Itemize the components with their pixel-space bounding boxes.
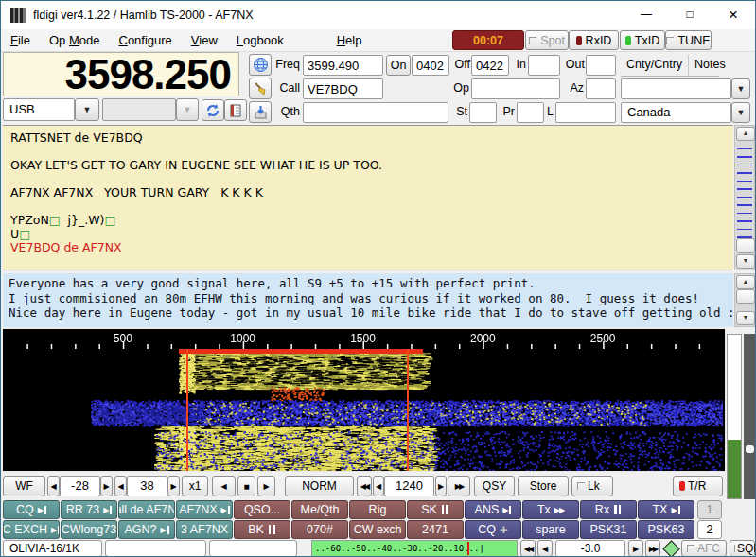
ref-level-value[interactable]: -28 bbox=[60, 476, 100, 496]
rx-scroll-thumb[interactable] bbox=[736, 238, 755, 253]
rx-scrollbar[interactable]: ▲ ▼ bbox=[734, 125, 755, 270]
scroll-left-button[interactable]: ◀ bbox=[212, 476, 236, 496]
rst-in-input[interactable] bbox=[528, 55, 560, 76]
macro-call-de-af7nx[interactable]: call de AF7NX bbox=[118, 500, 175, 519]
scroll-up-icon[interactable]: ▲ bbox=[736, 275, 755, 289]
tab-cnty-cntry[interactable]: Cnty/Cntry bbox=[621, 55, 689, 76]
menu-logbook[interactable]: Logbook bbox=[227, 33, 293, 47]
call-input[interactable] bbox=[303, 78, 383, 99]
title-bar[interactable]: fldigi ver4.1.22 / Hamlib TS-2000 - AF7N… bbox=[1, 1, 755, 29]
macro-af7nx[interactable]: AF7NX bbox=[176, 500, 233, 519]
county-select-arrow[interactable]: ▼ bbox=[731, 78, 750, 99]
macro-me-qth[interactable]: Me/Qth bbox=[291, 500, 348, 519]
qth-input[interactable] bbox=[303, 102, 448, 123]
span-down-icon[interactable]: ◀ bbox=[114, 476, 127, 496]
mode-select-arrow[interactable]: ▼ bbox=[75, 98, 99, 121]
macro-3-af7nx[interactable]: 3 AF7NX bbox=[176, 520, 233, 539]
pr-input[interactable] bbox=[517, 102, 544, 123]
spot-checkbox[interactable]: Spot bbox=[525, 30, 569, 50]
afc-down-icon[interactable]: ◀ bbox=[537, 540, 553, 557]
menu-file[interactable]: File bbox=[1, 33, 40, 47]
st-input[interactable] bbox=[469, 102, 497, 123]
on-button[interactable]: On bbox=[386, 55, 411, 76]
macro-rr-73[interactable]: RR 73 bbox=[61, 500, 117, 519]
zoom-button[interactable]: x1 bbox=[182, 476, 208, 496]
scroll-down-icon[interactable]: ▼ bbox=[736, 311, 755, 325]
status-mode[interactable]: OLIVIA-16/1K bbox=[3, 540, 102, 557]
tx-scrollbar[interactable]: ▲ ▼ bbox=[734, 273, 755, 327]
waterfall-scroll-thumb[interactable] bbox=[746, 445, 754, 453]
lock-checkbox[interactable]: Lk bbox=[571, 476, 613, 496]
menu-configure[interactable]: Configure bbox=[109, 33, 181, 47]
close-button[interactable]: × bbox=[712, 1, 755, 29]
macro-cq[interactable]: CQ bbox=[3, 500, 60, 519]
scroll-up-icon[interactable]: ▲ bbox=[736, 127, 755, 141]
macro-sk[interactable]: SK bbox=[407, 500, 464, 519]
logbook-icon[interactable] bbox=[224, 99, 247, 121]
save-entry-icon[interactable] bbox=[249, 101, 272, 123]
macro-cq[interactable]: CQ bbox=[465, 520, 521, 539]
afc-offset-value[interactable]: -3.0 bbox=[555, 540, 625, 557]
rst-out-input[interactable] bbox=[586, 55, 616, 76]
freq-fast-up-icon[interactable]: ▶▶ bbox=[448, 476, 470, 496]
tx-timer[interactable]: 00:07 bbox=[452, 30, 524, 50]
freq-fast-down-icon[interactable]: ◀◀ bbox=[357, 476, 372, 496]
maximize-button[interactable]: □ bbox=[668, 1, 712, 29]
amp-span-value[interactable]: 38 bbox=[127, 476, 167, 496]
filter-select-arrow[interactable]: ▼ bbox=[176, 98, 199, 121]
country-select-arrow[interactable]: ▼ bbox=[731, 102, 750, 123]
tr-button[interactable]: T/R bbox=[673, 476, 723, 496]
macro-bank-1[interactable]: 1 bbox=[697, 500, 722, 519]
country-select[interactable]: Canada bbox=[621, 102, 731, 123]
tx-scroll-thumb[interactable] bbox=[736, 289, 755, 304]
macro-rig[interactable]: Rig bbox=[349, 500, 406, 519]
afc-fast-up-icon[interactable]: ▶▶ bbox=[645, 540, 660, 557]
transmit-pane[interactable]: Everyone has a very good signal here, al… bbox=[3, 273, 733, 327]
macro-agn-[interactable]: AGN? bbox=[118, 520, 175, 539]
freq-input[interactable] bbox=[303, 55, 383, 76]
macro-ans[interactable]: ANS bbox=[465, 500, 521, 519]
macro-psk31[interactable]: PSK31 bbox=[580, 520, 637, 539]
wf-rate-button[interactable]: NORM bbox=[285, 476, 354, 496]
macro-c-exch[interactable]: C EXCH bbox=[3, 520, 60, 539]
waterfall-scrollbar[interactable] bbox=[744, 334, 756, 499]
macro-tx[interactable]: Tx bbox=[522, 500, 579, 519]
macro-qso-[interactable]: QSO... bbox=[234, 500, 290, 519]
afc-checkbox[interactable]: AFC bbox=[681, 540, 727, 557]
minimize-button[interactable]: — bbox=[624, 1, 668, 29]
center-freq-value[interactable]: 1240 bbox=[384, 476, 434, 496]
loc-input[interactable] bbox=[555, 102, 616, 123]
ref-down-icon[interactable]: ◀ bbox=[47, 476, 60, 496]
freq-down-icon[interactable]: ◀ bbox=[373, 476, 384, 496]
sync-icon[interactable] bbox=[202, 99, 224, 121]
globe-icon[interactable] bbox=[249, 54, 272, 76]
afc-fast-down-icon[interactable]: ◀◀ bbox=[520, 540, 536, 557]
time-on-input[interactable] bbox=[412, 55, 449, 76]
county-select[interactable] bbox=[621, 78, 731, 99]
menu-op-mode[interactable]: Op Mode bbox=[40, 33, 110, 47]
macro-psk63[interactable]: PSK63 bbox=[638, 520, 694, 539]
receive-pane[interactable]: RATTSNET de VE7BDQ OKAY LET'S GET TO GAR… bbox=[3, 125, 733, 270]
afc-up-icon[interactable]: ▶ bbox=[628, 540, 643, 557]
freq-up-icon[interactable]: ▶ bbox=[435, 476, 447, 496]
macro-rx[interactable]: Rx bbox=[580, 500, 637, 519]
macro-070-[interactable]: 070# bbox=[291, 520, 348, 539]
scroll-down-icon[interactable]: ▼ bbox=[736, 254, 755, 269]
macro-spare[interactable]: spare bbox=[522, 520, 579, 539]
macro-cw-exch[interactable]: CW exch bbox=[349, 520, 406, 539]
macro-cwlong73[interactable]: CWlong73 bbox=[61, 520, 117, 539]
store-button[interactable]: Store bbox=[518, 476, 569, 496]
wf-mode-button[interactable]: WF bbox=[3, 476, 45, 496]
sql-checkbox[interactable]: SQL bbox=[730, 540, 755, 557]
mode-select[interactable]: USB bbox=[3, 98, 75, 121]
time-off-input[interactable] bbox=[471, 55, 509, 76]
macro-tx[interactable]: TX bbox=[638, 500, 694, 519]
macro-2471[interactable]: 2471 bbox=[407, 520, 464, 539]
center-button[interactable]: ■ bbox=[237, 476, 255, 496]
waterfall-display[interactable] bbox=[3, 329, 723, 471]
menu-help[interactable]: Help bbox=[327, 33, 372, 47]
scroll-right-button[interactable]: ▶ bbox=[257, 476, 275, 496]
menu-view[interactable]: View bbox=[182, 33, 227, 47]
tune-button[interactable]: TUNE bbox=[665, 30, 712, 50]
tab-notes[interactable]: Notes bbox=[689, 55, 731, 76]
